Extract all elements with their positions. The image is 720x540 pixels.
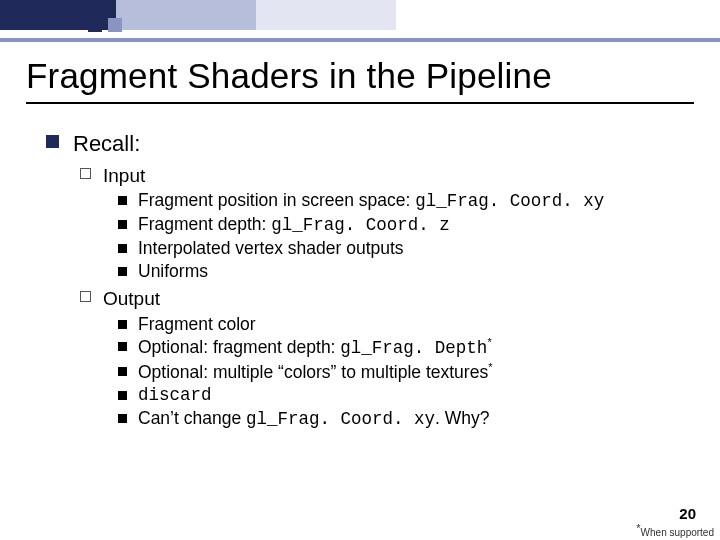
bullet-output-item: discard xyxy=(118,385,686,407)
small-square-bullet-icon xyxy=(118,196,127,205)
text-segment: Optional: multiple “colors” to multiple … xyxy=(138,362,488,382)
bullet-text: Optional: fragment depth: gl_Frag. Depth… xyxy=(138,336,492,360)
text-segment: . Why? xyxy=(435,408,489,428)
superscript-star: * xyxy=(487,336,491,348)
bullet-output-item: Optional: fragment depth: gl_Frag. Depth… xyxy=(118,336,686,360)
small-square-bullet-icon xyxy=(118,320,127,329)
bullet-text: Interpolated vertex shader outputs xyxy=(138,238,404,260)
code-text: gl_Frag. Coord. xy xyxy=(246,409,435,429)
small-square-bullet-icon xyxy=(118,267,127,276)
small-square-bullet-icon xyxy=(118,220,127,229)
code-text: discard xyxy=(138,385,212,407)
text-segment: Optional: fragment depth: xyxy=(138,337,340,357)
bullet-input-item: Interpolated vertex shader outputs xyxy=(118,238,686,260)
bullet-input-item: Fragment position in screen space: gl_Fr… xyxy=(118,190,686,213)
footnote-text: When supported xyxy=(641,527,714,538)
small-square-bullet-icon xyxy=(118,244,127,253)
footnote: *When supported xyxy=(636,522,714,538)
slide-body: Recall: Input Fragment position in scree… xyxy=(46,130,686,432)
hollow-square-bullet-icon xyxy=(80,168,91,179)
code-text: gl_Frag. Depth xyxy=(340,338,487,358)
bullet-text: Recall: xyxy=(73,130,140,158)
text-segment: Fragment position in screen space: xyxy=(138,190,415,210)
bullet-input-item: Uniforms xyxy=(118,261,686,283)
title-rule xyxy=(26,102,694,104)
bullet-text: Optional: multiple “colors” to multiple … xyxy=(138,361,492,384)
slide-title: Fragment Shaders in the Pipeline xyxy=(26,56,552,96)
superscript-star: * xyxy=(488,361,492,373)
bullet-output-item: Can’t change gl_Frag. Coord. xy. Why? xyxy=(118,408,686,431)
square-bullet-icon xyxy=(46,135,59,148)
bullet-text: Fragment position in screen space: gl_Fr… xyxy=(138,190,604,213)
bullet-output-item: Optional: multiple “colors” to multiple … xyxy=(118,361,686,384)
code-text: gl_Frag. Coord. z xyxy=(271,215,450,235)
bullet-input-item: Fragment depth: gl_Frag. Coord. z xyxy=(118,214,686,237)
small-square-bullet-icon xyxy=(118,391,127,400)
bullet-output: Output xyxy=(80,287,686,311)
page-number: 20 xyxy=(679,505,696,522)
bullet-text: Fragment color xyxy=(138,314,256,336)
text-segment: Fragment depth: xyxy=(138,214,271,234)
small-square-bullet-icon xyxy=(118,367,127,376)
small-square-bullet-icon xyxy=(118,342,127,351)
bullet-output-item: Fragment color xyxy=(118,314,686,336)
slide-decoration xyxy=(0,0,720,42)
bullet-text: Output xyxy=(103,287,160,311)
text-segment: Can’t change xyxy=(138,408,246,428)
bullet-text: Fragment depth: gl_Frag. Coord. z xyxy=(138,214,450,237)
bullet-recall: Recall: xyxy=(46,130,686,158)
hollow-square-bullet-icon xyxy=(80,291,91,302)
bullet-text: Uniforms xyxy=(138,261,208,283)
code-text: gl_Frag. Coord. xy xyxy=(415,191,604,211)
bullet-input: Input xyxy=(80,164,686,188)
bullet-text: Input xyxy=(103,164,145,188)
small-square-bullet-icon xyxy=(118,414,127,423)
bullet-text: Can’t change gl_Frag. Coord. xy. Why? xyxy=(138,408,490,431)
